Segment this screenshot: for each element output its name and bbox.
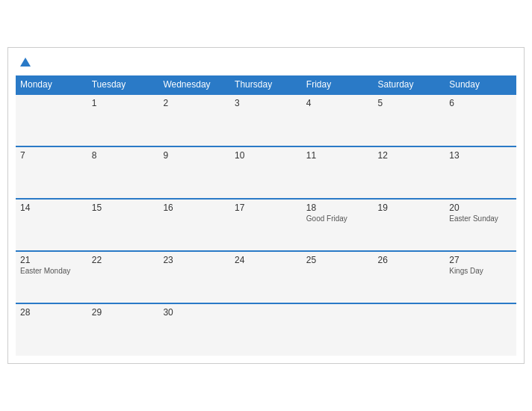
day-number: 29 — [92, 307, 155, 318]
calendar-cell — [445, 303, 516, 356]
event-label: Good Friday — [306, 214, 369, 223]
calendar-cell: 18Good Friday — [302, 199, 374, 251]
calendar-cell: 28 — [16, 303, 87, 356]
event-label: Kings Day — [449, 267, 512, 275]
calendar-table: MondayTuesdayWednesdayThursdayFridaySatu… — [16, 75, 516, 356]
calendar-cell: 29 — [87, 303, 159, 356]
calendar-cell: 8 — [87, 146, 159, 199]
day-number: 25 — [306, 255, 369, 265]
day-number: 16 — [163, 203, 226, 213]
day-number: 18 — [306, 203, 369, 213]
day-number: 27 — [449, 255, 512, 265]
calendar-cell: 22 — [87, 251, 159, 303]
event-label: Easter Monday — [20, 267, 83, 275]
logo-general — [19, 55, 31, 69]
logo-triangle-icon — [20, 58, 31, 67]
day-number: 11 — [306, 150, 369, 161]
day-number: 2 — [163, 98, 226, 108]
weekday-header-monday: Monday — [16, 75, 87, 94]
calendar-cell: 16 — [158, 199, 230, 251]
day-number: 22 — [92, 255, 155, 265]
day-number: 9 — [163, 150, 226, 161]
weekday-header-tuesday: Tuesday — [87, 75, 159, 94]
calendar-cell: 24 — [230, 251, 302, 303]
calendar-cell: 10 — [230, 146, 302, 199]
calendar-cell: 4 — [302, 94, 374, 146]
calendar-cell: 27Kings Day — [445, 251, 516, 303]
day-number: 4 — [306, 98, 369, 108]
day-number: 12 — [378, 150, 441, 161]
logo-area — [19, 55, 31, 69]
day-number: 23 — [163, 255, 226, 265]
calendar-cell: 25 — [302, 251, 374, 303]
week-row-2: 1415161718Good Friday1920Easter Sunday — [16, 199, 516, 251]
calendar-cell: 15 — [87, 199, 159, 251]
day-number: 19 — [378, 203, 441, 213]
day-number: 26 — [378, 255, 441, 265]
calendar-cell: 9 — [158, 146, 230, 199]
calendar-cell: 1 — [87, 94, 159, 146]
calendar-cell: 12 — [374, 146, 445, 199]
calendar-cell: 2 — [158, 94, 230, 146]
day-number: 17 — [235, 203, 297, 213]
day-number: 5 — [378, 98, 441, 108]
day-number: 1 — [92, 98, 155, 108]
calendar-cell: 5 — [374, 94, 445, 146]
weekday-header-friday: Friday — [302, 75, 374, 94]
week-row-0: 123456 — [16, 94, 516, 146]
calendar-cell: 26 — [374, 251, 445, 303]
day-number: 20 — [449, 203, 512, 213]
day-number: 3 — [235, 98, 297, 108]
calendar-cell — [374, 303, 445, 356]
day-number: 28 — [20, 307, 83, 318]
weekday-header-thursday: Thursday — [230, 75, 302, 94]
calendar-cell: 11 — [302, 146, 374, 199]
week-row-4: 282930 — [16, 303, 516, 356]
calendar-cell: 14 — [16, 199, 87, 251]
calendar-cell: 21Easter Monday — [16, 251, 87, 303]
calendar-cell: 23 — [158, 251, 230, 303]
calendar-cell — [16, 94, 87, 146]
week-row-3: 21Easter Monday222324252627Kings Day — [16, 251, 516, 303]
day-number: 24 — [235, 255, 297, 265]
week-row-1: 78910111213 — [16, 146, 516, 199]
calendar-cell — [230, 303, 302, 356]
weekday-header-saturday: Saturday — [374, 75, 445, 94]
calendar-cell: 3 — [230, 94, 302, 146]
calendar-cell: 30 — [158, 303, 230, 356]
calendar-cell — [302, 303, 374, 356]
calendar-cell: 20Easter Sunday — [445, 199, 516, 251]
calendar-cell: 19 — [374, 199, 445, 251]
day-number: 13 — [449, 150, 512, 161]
event-label: Easter Sunday — [449, 214, 512, 223]
calendar-container: MondayTuesdayWednesdayThursdayFridaySatu… — [7, 47, 525, 365]
day-number: 30 — [163, 307, 226, 318]
weekday-header-row: MondayTuesdayWednesdayThursdayFridaySatu… — [16, 75, 516, 94]
day-number: 14 — [20, 203, 83, 213]
day-number: 15 — [92, 203, 155, 213]
day-number: 10 — [235, 150, 297, 161]
day-number: 7 — [20, 150, 83, 161]
calendar-cell: 7 — [16, 146, 87, 199]
day-number: 21 — [20, 255, 83, 265]
day-number: 6 — [449, 98, 512, 108]
weekday-header-sunday: Sunday — [445, 75, 516, 94]
calendar-thead: MondayTuesdayWednesdayThursdayFridaySatu… — [16, 75, 516, 94]
calendar-cell: 13 — [445, 146, 516, 199]
day-number: 8 — [92, 150, 155, 161]
calendar-header — [16, 55, 516, 69]
weekday-header-wednesday: Wednesday — [158, 75, 230, 94]
calendar-cell: 6 — [445, 94, 516, 146]
calendar-cell: 17 — [230, 199, 302, 251]
calendar-body: 123456789101112131415161718Good Friday19… — [16, 94, 516, 356]
